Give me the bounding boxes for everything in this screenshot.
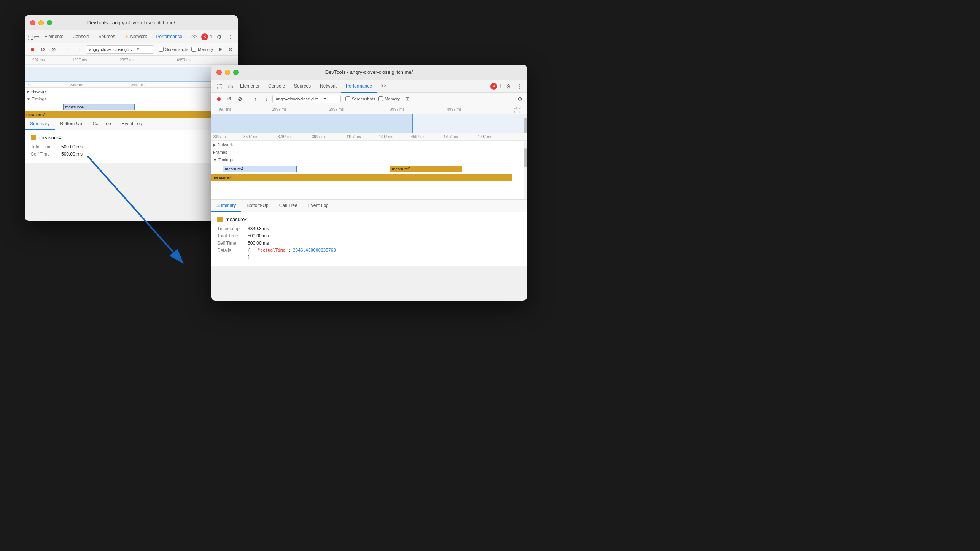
- maximize-button-1[interactable]: [47, 20, 52, 25]
- cpu-label-2: CPU: [514, 106, 521, 110]
- record-btn-2[interactable]: ⏺: [214, 94, 223, 104]
- summary-panel-1: measure4 Total Time 500.00 ms Self Time …: [25, 130, 238, 163]
- minimize-button-2[interactable]: [225, 70, 230, 75]
- measure-icon-2: [217, 217, 223, 222]
- url-box-1[interactable]: angry-clover-close.glitc... ▾: [86, 45, 154, 54]
- tab-calltree-2[interactable]: Call Tree: [274, 200, 303, 212]
- titlebar-1: DevTools - angry-clover-close.glitch.me/: [25, 15, 238, 30]
- measure7-bar-2[interactable]: measure7: [211, 174, 512, 181]
- summary-title-2: measure4: [217, 217, 521, 222]
- network-throttle-2[interactable]: ⊞: [403, 94, 412, 104]
- error-badge-2: ✕: [490, 83, 497, 90]
- upload-btn-2[interactable]: ↑: [251, 94, 260, 104]
- warning-icon-1: ⚠: [124, 33, 129, 39]
- tab-summary-2[interactable]: Summary: [211, 200, 241, 212]
- tab-elements-1[interactable]: Elements: [40, 30, 68, 43]
- measure4-bar-2[interactable]: measure4: [223, 166, 297, 172]
- memory-checkbox-1[interactable]: Memory: [191, 47, 213, 52]
- flame-scrollbar-2[interactable]: [524, 141, 527, 199]
- tab-more-1[interactable]: >>: [187, 30, 201, 43]
- close-button-2[interactable]: [216, 70, 222, 75]
- timestamp-row-2: Timestamp 3349.3 ms: [217, 226, 521, 231]
- measure5-bar-2[interactable]: measure5: [390, 166, 462, 172]
- device-icon-2[interactable]: ▭: [225, 81, 235, 92]
- upload-btn-1[interactable]: ↑: [64, 45, 73, 54]
- clear-btn-2[interactable]: ⊘: [235, 94, 245, 104]
- network-throttle-1[interactable]: ⊞: [216, 45, 225, 54]
- overview-area-2: [211, 114, 527, 133]
- tab-eventlog-1[interactable]: Event Log: [116, 118, 148, 130]
- measure-icon-1: [31, 135, 36, 140]
- timeline-ruler-1: 997 ms 1997 ms 2997 ms 4997 ms: [25, 56, 238, 65]
- minimize-button-1[interactable]: [38, 20, 44, 25]
- inspector-icon-1[interactable]: ⬚: [28, 32, 34, 42]
- total-time-row-1: Total Time 500.00 ms: [31, 144, 232, 150]
- tab-bottomup-2[interactable]: Bottom-Up: [241, 200, 274, 212]
- refresh-btn-2[interactable]: ↺: [225, 94, 234, 104]
- settings-icon-2[interactable]: ⚙: [504, 83, 512, 89]
- settings-icon-1[interactable]: ⚙: [215, 34, 223, 40]
- window-title-1: DevTools - angry-clover-close.glitch.me/: [88, 20, 175, 25]
- tab-network-1[interactable]: ⚠ Network: [120, 30, 152, 43]
- details-row-2: Details { "actualTime": 3346.40000003576…: [217, 248, 521, 253]
- error-badge-1: ✕: [201, 33, 208, 40]
- traffic-lights-2: [216, 70, 239, 75]
- traffic-lights-1: [30, 20, 52, 25]
- url-box-2[interactable]: angry-clover-close.glitc... ▾: [272, 95, 341, 103]
- summary-title-1: measure4: [31, 135, 232, 140]
- clear-btn-1[interactable]: ⊘: [49, 45, 58, 54]
- tab-elements-2[interactable]: Elements: [235, 80, 264, 93]
- device-icon-1[interactable]: ▭: [34, 32, 40, 42]
- scrollbar-2[interactable]: [524, 114, 527, 133]
- timeline-ruler-2: 997 ms 1997 ms 2997 ms 3997 ms 4997 ms C…: [211, 105, 527, 114]
- perf-toolbar-2: ⏺ ↺ ⊘ ↑ ↓ angry-clover-close.glitc... ▾ …: [211, 93, 527, 105]
- tab-summary-1[interactable]: Summary: [25, 118, 55, 130]
- devtools-window-2: DevTools - angry-clover-close.glitch.me/…: [211, 65, 527, 301]
- tab-performance-1[interactable]: Performance: [152, 30, 187, 43]
- track-label-network-1: ▶ Network: [27, 89, 46, 94]
- perf-settings-1[interactable]: ⚙: [227, 46, 235, 53]
- tab-performance-2[interactable]: Performance: [341, 80, 377, 93]
- divider-1: [61, 46, 61, 53]
- tab-console-2[interactable]: Console: [264, 80, 290, 93]
- divider-2: [248, 95, 248, 103]
- refresh-btn-1[interactable]: ↺: [38, 45, 48, 54]
- bottom-tabs-2: Summary Bottom-Up Call Tree Event Log: [211, 200, 527, 212]
- screenshots-checkbox-2[interactable]: Screenshots: [345, 96, 375, 101]
- track-label-timings-2: ▼ Timings: [213, 158, 233, 162]
- track-label-frames-2: Frames: [213, 150, 227, 154]
- titlebar-2: DevTools - angry-clover-close.glitch.me/: [211, 65, 527, 80]
- measure7-bar-1[interactable]: measure7: [25, 111, 234, 118]
- self-time-row-2: Self Time 500.00 ms: [217, 240, 521, 246]
- net-label-2: NET: [514, 110, 521, 114]
- tab-network-2[interactable]: Network: [315, 80, 341, 93]
- error-count-2: 1: [499, 84, 501, 89]
- detail-ruler-2: 3397 ms 3597 ms 3797 ms 3997 ms 4197 ms …: [211, 133, 527, 141]
- tab-console-1[interactable]: Console: [68, 30, 94, 43]
- record-btn-1[interactable]: ⏺: [28, 45, 37, 54]
- maximize-button-2[interactable]: [233, 70, 239, 75]
- flame-area-2: ▶ Network Frames ▼ Timings measure4 meas…: [211, 141, 527, 200]
- tab-sources-1[interactable]: Sources: [94, 30, 120, 43]
- tab-eventlog-2[interactable]: Event Log: [303, 200, 334, 212]
- more-icon-1[interactable]: ⋮: [226, 34, 235, 40]
- screenshots-checkbox-1[interactable]: Screenshots: [159, 47, 188, 52]
- tab-calltree-1[interactable]: Call Tree: [88, 118, 116, 130]
- download-btn-1[interactable]: ↓: [75, 45, 84, 54]
- more-icon-2[interactable]: ⋮: [515, 83, 524, 89]
- bottom-tabs-1: Summary Bottom-Up Call Tree Event Log: [25, 118, 238, 130]
- error-count-1: 1: [210, 34, 212, 40]
- overview-area-1: ms 3497 ms 3997 ms: [25, 65, 238, 88]
- tab-more-2[interactable]: >>: [377, 80, 391, 93]
- tab-bar-1: ⬚ ▭ Elements Console Sources ⚠ Network P…: [25, 30, 238, 43]
- summary-panel-2: measure4 Timestamp 3349.3 ms Total Time …: [211, 212, 527, 266]
- perf-settings-2[interactable]: ⚙: [516, 96, 524, 102]
- tab-bottomup-1[interactable]: Bottom-Up: [55, 118, 87, 130]
- details-close-brace-2: }: [217, 255, 521, 260]
- inspector-icon-2[interactable]: ⬚: [214, 81, 225, 92]
- download-btn-2[interactable]: ↓: [262, 94, 271, 104]
- tab-sources-2[interactable]: Sources: [290, 80, 315, 93]
- close-button-1[interactable]: [30, 20, 35, 25]
- measure4-bar-1[interactable]: measure4: [63, 104, 135, 110]
- memory-checkbox-2[interactable]: Memory: [378, 96, 400, 101]
